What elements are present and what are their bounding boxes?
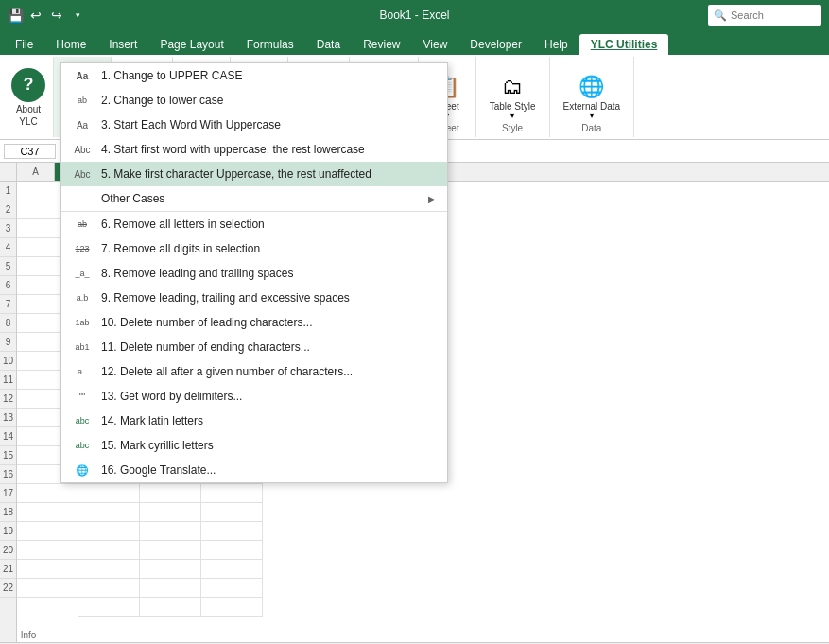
cell-i17[interactable]: [201, 503, 263, 522]
menu-item-uppercase-label: 1. Change to UPPER CASE: [101, 69, 436, 82]
cell-g17[interactable]: [78, 503, 140, 522]
cell-i20[interactable]: [201, 560, 263, 579]
cell-g21[interactable]: [78, 579, 140, 598]
cell-a22[interactable]: [17, 579, 78, 598]
tab-insert[interactable]: Insert: [97, 34, 148, 55]
tablestyle-dropdown-arrow[interactable]: ▾: [510, 112, 514, 120]
cell-i18[interactable]: [201, 522, 263, 541]
tab-developer[interactable]: Developer: [458, 34, 533, 55]
tab-formulas[interactable]: Formulas: [235, 34, 305, 55]
menu-item-deleteafter-label: 12. Delete all after a given number of c…: [101, 365, 436, 378]
menu-item-markcyrillic[interactable]: abc 15. Mark cyrillic letters: [61, 433, 447, 458]
row-header-3: 3: [0, 219, 16, 238]
deleteleading-icon: 1ab: [73, 315, 92, 330]
search-icon: 🔍: [714, 9, 727, 22]
cell-a20[interactable]: [17, 541, 78, 560]
cell-g20[interactable]: [78, 560, 140, 579]
cell-g22[interactable]: [78, 598, 140, 617]
deleteending-icon: ab1: [73, 339, 92, 355]
cell-g16[interactable]: [78, 484, 140, 503]
menu-item-lowercase-label: 2. Change to lower case: [101, 94, 436, 107]
cell-h20[interactable]: [140, 560, 201, 579]
about-label: About: [16, 104, 41, 114]
menu-item-removedigits[interactable]: 123 7. Remove all digits in selection: [61, 236, 447, 261]
customize-qat-icon[interactable]: ▾: [70, 8, 85, 23]
menu-item-removeletters-label: 6. Remove all letters in selection: [101, 218, 436, 231]
cell-a21[interactable]: [17, 560, 78, 579]
tab-pagelayout[interactable]: Page Layout: [148, 34, 234, 55]
menu-item-getword-label: 13. Get word by delimiters...: [101, 390, 436, 403]
removeletters-icon: ab: [73, 217, 92, 232]
menu-item-titlecase[interactable]: Aa 3. Start Each Word With Uppercase: [61, 113, 447, 137]
search-input[interactable]: [731, 9, 816, 21]
row-header-16: 16: [0, 465, 16, 484]
tab-home[interactable]: Home: [44, 34, 97, 55]
undo-icon[interactable]: ↩: [28, 8, 43, 23]
getword-icon: "": [73, 389, 92, 404]
cell-h16[interactable]: [140, 484, 201, 503]
menu-item-removeletters[interactable]: ab 6. Remove all letters in selection: [61, 212, 447, 236]
deleteafter-icon: a..: [73, 364, 92, 379]
redo-icon[interactable]: ↪: [49, 8, 64, 23]
name-box[interactable]: [4, 144, 56, 159]
externaldata-button[interactable]: 🌐 External Data ▾: [558, 71, 627, 124]
cell-g19[interactable]: [78, 541, 140, 560]
row-header-5: 5: [0, 257, 16, 276]
menu-item-marklatin[interactable]: abc 14. Mark latin letters: [61, 409, 447, 433]
menu-item-sentencecase[interactable]: Abc 4. Start first word with uppercase, …: [61, 137, 447, 162]
menu-item-othercases[interactable]: Other Cases ▶: [61, 186, 447, 211]
menu-item-titlecase-label: 3. Start Each Word With Uppercase: [101, 118, 436, 131]
tablestyle-button-label: Table Style: [490, 101, 536, 112]
ribbon-group-info: ? About YLC Info: [4, 57, 54, 137]
cell-i21[interactable]: [201, 579, 263, 598]
removedigits-icon: 123: [73, 241, 92, 256]
about-ylc-button[interactable]: ?: [11, 68, 45, 102]
cell-h17[interactable]: [140, 503, 201, 522]
externaldata-dropdown-arrow[interactable]: ▾: [590, 112, 594, 120]
row-header-11: 11: [0, 371, 16, 390]
tab-ylcutilities[interactable]: YLC Utilities: [579, 34, 669, 55]
tablestyle-button[interactable]: 🗂 Table Style ▾: [484, 71, 542, 124]
row-header-2: 2: [0, 200, 16, 219]
externaldata-group-label: Data: [581, 123, 601, 133]
cell-h19[interactable]: [140, 541, 201, 560]
cell-a17[interactable]: [17, 484, 78, 503]
menu-item-getword[interactable]: "" 13. Get word by delimiters...: [61, 384, 447, 409]
cell-g18[interactable]: [78, 522, 140, 541]
tab-review[interactable]: Review: [352, 34, 411, 55]
menu-item-removeexcessive[interactable]: a.b 9. Remove leading, trailing and exce…: [61, 286, 447, 310]
row-header-1: 1: [0, 182, 16, 200]
tab-help[interactable]: Help: [533, 34, 579, 55]
cell-a18[interactable]: [17, 503, 78, 522]
cell-h22[interactable]: [140, 598, 201, 617]
save-icon[interactable]: 💾: [8, 8, 23, 23]
menu-item-deleteleading-label: 10. Delete number of leading characters.…: [101, 316, 436, 329]
cell-a19[interactable]: [17, 522, 78, 541]
cell-h18[interactable]: [140, 522, 201, 541]
menu-item-removeleadtrail[interactable]: _a_ 8. Remove leading and trailing space…: [61, 261, 447, 286]
tablestyle-group-label: Style: [502, 123, 523, 133]
tab-file[interactable]: File: [4, 34, 44, 55]
lowercase-icon: ab: [73, 93, 92, 108]
menu-item-uppercase[interactable]: Aa 1. Change to UPPER CASE: [61, 63, 447, 88]
removeleadtrail-icon: _a_: [73, 266, 92, 281]
menu-item-deleteending[interactable]: ab1 11. Delete number of ending characte…: [61, 335, 447, 359]
title-search-box[interactable]: 🔍: [708, 5, 821, 26]
cell-h21[interactable]: [140, 579, 201, 598]
menu-item-lowercase[interactable]: ab 2. Change to lower case: [61, 88, 447, 113]
menu-item-googletranslate[interactable]: 🌐 16. Google Translate...: [61, 458, 447, 482]
row-header-22: 22: [0, 579, 16, 598]
cell-i19[interactable]: [201, 541, 263, 560]
menu-item-firstchar-upper[interactable]: Abc 5. Make first character Uppercase, t…: [61, 162, 447, 186]
marklatin-icon: abc: [73, 413, 92, 428]
cell-i16[interactable]: [201, 484, 263, 503]
row-header-20: 20: [0, 541, 16, 560]
cell-i22[interactable]: [201, 598, 263, 617]
menu-item-deleteleading[interactable]: 1ab 10. Delete number of leading charact…: [61, 310, 447, 335]
ribbon-group-tablestyle: 🗂 Table Style ▾ Style: [476, 57, 550, 137]
tab-data[interactable]: Data: [305, 34, 352, 55]
menu-item-deleteafter[interactable]: a.. 12. Delete all after a given number …: [61, 359, 447, 384]
row-headers: 1 2 3 4 5 6 7 8 9 10 11 12 13 14 15 16 1…: [0, 182, 17, 642]
titlecase-icon: Aa: [73, 117, 92, 132]
tab-view[interactable]: View: [412, 34, 459, 55]
